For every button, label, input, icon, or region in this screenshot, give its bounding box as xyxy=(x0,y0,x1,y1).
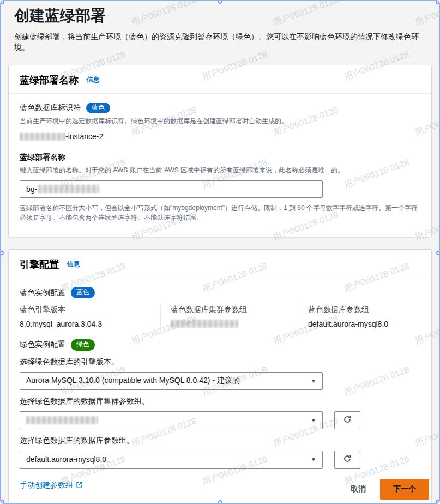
blue-db-param-value: default.aurora-mysql8.0 xyxy=(308,320,411,328)
refresh-icon xyxy=(343,454,352,465)
redacted-cluster-param-group xyxy=(171,320,238,328)
blue-db-param-column: 蓝色数据库参数组 default.aurora-mysql8.0 xyxy=(298,305,420,328)
blue-badge: 蓝色 xyxy=(86,103,110,114)
info-link[interactable]: 信息 xyxy=(86,76,99,83)
green-engine-version-select[interactable]: Aurora MySQL 3.10.0 (compatible with MyS… xyxy=(20,372,323,390)
redacted-deployment-name xyxy=(38,185,99,193)
refresh-icon xyxy=(343,415,352,425)
blue-engine-version-column: 蓝色引擎版本 8.0.mysql_aurora.3.04.3 xyxy=(20,305,160,328)
blue-db-identifier-label: 蓝色数据库标识符 xyxy=(20,103,81,113)
selection-handle[interactable] xyxy=(436,0,440,4)
green-engine-version-label: 选择绿色数据库的引擎版本。 xyxy=(20,357,420,367)
deployment-name-label: 蓝绿部署名称 xyxy=(20,153,420,163)
blue-engine-version-value: 8.0.mysql_aurora.3.04.3 xyxy=(20,320,150,328)
deployment-name-value-prefix: bg- xyxy=(26,185,37,194)
blue-db-param-label: 蓝色数据库参数组 xyxy=(308,305,411,315)
green-instance-config-label: 绿色实例配置 xyxy=(20,340,65,350)
green-cluster-param-label: 选择绿色数据库的数据库集群参数组。 xyxy=(20,397,420,406)
deployment-name-input[interactable]: bg- xyxy=(20,180,323,198)
refresh-cluster-param-button[interactable] xyxy=(334,411,360,429)
deployment-name-card-title: 蓝绿部署名称 xyxy=(20,75,79,86)
selection-handle[interactable] xyxy=(218,0,222,4)
chevron-down-icon: ▼ xyxy=(311,417,316,423)
info-link[interactable]: 信息 xyxy=(67,260,80,268)
selection-handle[interactable] xyxy=(0,251,4,255)
engine-config-card: 引擎配置 信息 蓝色实例配置 蓝色 蓝色引擎版本 8.0.mysql_auror… xyxy=(8,249,432,504)
page-title: 创建蓝绿部署 xyxy=(14,7,439,25)
cancel-button[interactable]: 取消 xyxy=(351,484,366,494)
selection-handle[interactable] xyxy=(436,500,440,504)
blue-cluster-param-label: 蓝色数据库集群参数组 xyxy=(171,305,288,315)
deployment-name-card: 蓝绿部署名称 信息 蓝色数据库标识符 蓝色 当前生产环境中的选定数据库标识符。绿… xyxy=(8,65,432,238)
blue-engine-version-label: 蓝色引擎版本 xyxy=(20,305,150,315)
blue-instance-config-label: 蓝色实例配置 xyxy=(20,288,65,298)
green-cluster-param-select[interactable]: ▼ xyxy=(20,411,323,429)
green-engine-version-value: Aurora MySQL 3.10.0 (compatible with MyS… xyxy=(26,376,240,386)
blue-cluster-param-column: 蓝色数据库集群参数组 xyxy=(160,305,298,328)
next-button[interactable]: 下一个 xyxy=(380,479,429,500)
create-param-group-link[interactable]: 手动创建参数组 xyxy=(20,481,83,490)
redacted-green-cluster-param xyxy=(26,416,98,424)
wizard-footer: 取消 下一个 xyxy=(351,479,429,500)
deployment-name-constraint: 蓝绿部署名称不区分大小写，但会以全小写形式（如"mybgdeployment"）… xyxy=(20,203,420,223)
selection-handle[interactable] xyxy=(218,500,222,504)
db-identifier-suffix: -instance-2 xyxy=(65,132,103,141)
chevron-down-icon: ▼ xyxy=(311,457,316,463)
blue-db-identifier-description: 当前生产环境中的选定数据库标识符。绿色环境中的数据库是在创建蓝绿部署时自动生成的… xyxy=(20,116,420,126)
blue-config-columns: 蓝色引擎版本 8.0.mysql_aurora.3.04.3 蓝色数据库集群参数… xyxy=(20,305,420,328)
green-db-param-select[interactable]: default.aurora-mysql8.0 ▼ xyxy=(20,451,323,469)
green-db-param-value: default.aurora-mysql8.0 xyxy=(26,455,106,464)
selection-handle[interactable] xyxy=(0,500,4,504)
deployment-name-description: 键入蓝绿部署的名称。对于您的 AWS 账户在当前 AWS 区域中拥有的所有蓝绿部… xyxy=(20,165,420,175)
green-badge: 绿色 xyxy=(71,339,95,351)
blue-badge: 蓝色 xyxy=(71,287,95,298)
selection-handle[interactable] xyxy=(0,0,4,4)
redacted-db-identifier xyxy=(20,133,65,141)
selection-handle[interactable] xyxy=(436,251,440,255)
engine-config-card-title: 引擎配置 xyxy=(20,259,59,270)
refresh-db-param-button[interactable] xyxy=(334,451,360,469)
chevron-down-icon: ▼ xyxy=(311,378,316,384)
external-link-icon xyxy=(76,481,83,490)
page-description: 创建蓝绿部署，将当前生产环境（蓝色）的资源克隆到暂存环境（绿色）。您可以在不影响… xyxy=(14,32,426,53)
blue-db-identifier-value: -instance-2 xyxy=(20,132,420,141)
create-blue-green-deployment-page: 用户060128 0128用户060128 0128用户060128 0128用… xyxy=(0,0,440,504)
create-param-group-link-label: 手动创建参数组 xyxy=(20,481,73,490)
engine-config-card-header: 引擎配置 信息 xyxy=(9,250,431,278)
deployment-name-card-header: 蓝绿部署名称 信息 xyxy=(9,65,431,94)
green-db-param-label: 选择绿色数据库的数据库参数组。 xyxy=(20,436,420,446)
